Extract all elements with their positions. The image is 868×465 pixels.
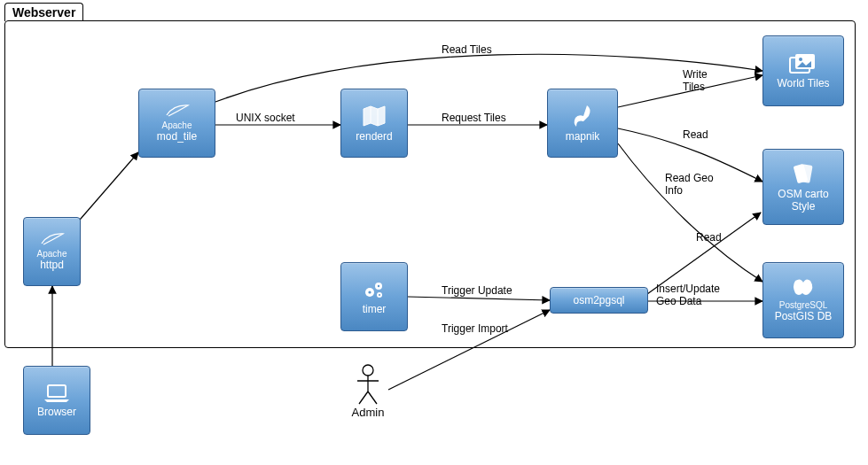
svg-point-12 xyxy=(363,365,373,376)
node-renderd-label: renderd xyxy=(356,130,392,143)
node-mapnik-label: mapnik xyxy=(566,130,600,143)
actor-admin-label: Admin xyxy=(346,406,390,419)
node-mod-tile-label: mod_tile xyxy=(157,130,197,143)
node-browser: Browser xyxy=(23,366,90,435)
label-insert-update: Insert/Update Geo Data xyxy=(656,283,720,308)
label-trigger-update: Trigger Update xyxy=(442,285,512,298)
node-osm2pgsql-label: osm2pgsql xyxy=(573,294,624,306)
feather-icon xyxy=(165,103,190,119)
node-postgis-label: PostGIS DB xyxy=(775,310,833,322)
svg-rect-11 xyxy=(48,385,66,397)
frame-tab: Webserver xyxy=(4,3,83,21)
node-osm2pgsql: osm2pgsql xyxy=(550,287,648,314)
label-trigger-import: Trigger Import xyxy=(442,323,508,336)
gears-icon xyxy=(361,278,387,301)
images-icon xyxy=(788,52,818,75)
node-postgis-sup: PostgreSQL xyxy=(779,300,827,310)
node-renderd: renderd xyxy=(340,89,408,158)
node-mod-tile: Apache mod_tile xyxy=(138,89,215,158)
elephant-icon xyxy=(790,277,817,298)
person-icon xyxy=(354,363,382,406)
actor-admin: Admin xyxy=(346,363,390,419)
label-mapnik-read: Read xyxy=(683,129,708,142)
laptop-icon xyxy=(43,383,71,404)
node-osm-style: OSM carto Style xyxy=(762,149,844,225)
label-request-tiles: Request Tiles xyxy=(442,112,506,125)
node-httpd-sup: Apache xyxy=(37,249,67,259)
label-osm-read: Read xyxy=(696,232,722,244)
map-icon xyxy=(361,104,387,128)
webserver-frame xyxy=(4,20,856,348)
node-postgis: PostgreSQL PostGIS DB xyxy=(762,262,844,338)
feather-icon xyxy=(40,231,65,247)
brush-icon xyxy=(571,104,594,128)
node-timer: timer xyxy=(340,262,408,331)
node-httpd-label: httpd xyxy=(40,259,64,271)
svg-point-2 xyxy=(799,58,802,61)
svg-point-8 xyxy=(368,291,371,293)
node-browser-label: Browser xyxy=(37,406,76,418)
svg-point-9 xyxy=(378,285,379,287)
node-httpd: Apache httpd xyxy=(23,217,81,286)
node-world-tiles-label: World Tiles xyxy=(777,77,829,89)
swatch-icon xyxy=(790,161,817,186)
svg-point-10 xyxy=(379,294,380,296)
node-mod-tile-sup: Apache xyxy=(162,120,192,130)
node-timer-label: timer xyxy=(363,303,387,315)
label-read-tiles: Read Tiles xyxy=(442,44,492,57)
node-world-tiles: World Tiles xyxy=(762,35,844,106)
label-read-geo: Read Geo Info xyxy=(665,173,714,198)
node-mapnik: mapnik xyxy=(547,89,618,158)
node-osm-style-label: OSM carto Style xyxy=(778,188,828,213)
label-unix-socket: UNIX socket xyxy=(236,112,295,125)
label-write-tiles: Write Tiles xyxy=(683,69,708,94)
